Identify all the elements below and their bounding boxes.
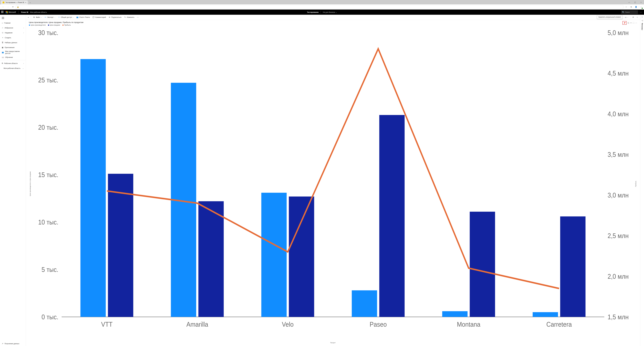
pane-star-icon[interactable]: ☆ xyxy=(642,16,643,18)
edit-button[interactable]: ✎Изменить xyxy=(123,15,136,19)
tab-close-icon[interactable]: × xyxy=(25,2,26,4)
window-controls: — ▢ × xyxy=(626,0,644,5)
nav-recent[interactable]: ⏲Недавние› xyxy=(0,30,26,35)
profile-icon[interactable]: 👤 xyxy=(634,5,638,9)
favorites-icon[interactable]: ☆ xyxy=(624,5,628,9)
nav-back-button[interactable]: ← xyxy=(1,5,5,9)
search-icon: 🔍 xyxy=(622,11,624,13)
plus-icon: ＋ xyxy=(2,36,4,39)
workspace-breadcrumb[interactable]: Моя рабочая область xyxy=(30,11,47,13)
book-icon: 📖 xyxy=(2,56,4,58)
window-close[interactable]: × xyxy=(638,0,644,5)
browser-toolbar: ← → ⟳ 🔒 ☆ ⧉ 👤 ⋯ xyxy=(0,5,644,10)
nav-workspaces[interactable]: ⧉Рабочие области› xyxy=(0,61,26,66)
svg-text:Montana: Montana xyxy=(457,320,480,328)
svg-rect-28 xyxy=(442,311,468,317)
svg-text:3,5 млн: 3,5 млн xyxy=(608,151,629,158)
divider xyxy=(31,16,31,19)
svg-text:Amarilla: Amarilla xyxy=(186,320,208,328)
filter-visual-button[interactable]: ▽ xyxy=(630,22,632,24)
search-input[interactable]: 🔍 Поиск xyxy=(621,10,638,14)
focus-mode-button[interactable]: ⛶ xyxy=(633,22,634,24)
chevron-down-icon: ⌄ xyxy=(627,17,628,18)
nav-apps[interactable]: ▦Приложения xyxy=(0,45,26,50)
expand-pages-button[interactable]: » xyxy=(27,15,30,19)
export-menu[interactable]: ↦Экспорт⌄ xyxy=(43,15,56,19)
chat-teams-button[interactable]: 👥Chat in Teams xyxy=(75,15,91,19)
new-tab-button[interactable]: + xyxy=(28,1,32,5)
svg-rect-23 xyxy=(289,197,314,317)
nav-create[interactable]: ＋Создать xyxy=(0,35,26,40)
chevron-right-icon: › xyxy=(23,62,24,64)
y-axis-left-label: Цена производителя и Цена продажи xyxy=(29,171,32,196)
dataset-icon: 🗄 xyxy=(2,42,4,44)
svg-text:25 тыс.: 25 тыс. xyxy=(38,76,58,84)
pin-tooltip: Закрепить визуальный элемент xyxy=(597,15,622,19)
nav-refresh-button[interactable]: ⟳ xyxy=(11,5,15,9)
nav-home[interactable]: ⌂Главная xyxy=(0,21,26,25)
legend-swatch xyxy=(48,25,49,26)
svg-rect-22 xyxy=(261,193,286,317)
filters-pane-label[interactable]: Фильтры xyxy=(641,23,643,30)
y-axis-right-label: Прибыль xyxy=(634,181,637,187)
header-more-button[interactable]: ⋯ xyxy=(639,11,643,13)
subscribe-button[interactable]: ✉Подписаться xyxy=(108,15,122,19)
svg-text:4,0 млн: 4,0 млн xyxy=(608,110,629,118)
legend-swatch xyxy=(62,25,64,26)
legend-item[interactable]: Цена продажи xyxy=(48,24,60,26)
legend-item[interactable]: Прибыль xyxy=(62,24,71,26)
nav-forward-button[interactable]: → xyxy=(6,5,10,9)
browser-tab[interactable]: Тестирование — Power BI × xyxy=(1,1,28,5)
microsoft-logo: Microsoft xyxy=(6,11,16,13)
app-launcher-icon[interactable] xyxy=(1,11,4,14)
home-icon: ⌂ xyxy=(2,22,3,24)
nav-favorites[interactable]: ☆Избранное› xyxy=(0,25,26,30)
nav-datasets[interactable]: 🗄Наборы данных xyxy=(0,40,26,45)
nav-learn[interactable]: 📖Обучение xyxy=(0,55,26,60)
refresh-button[interactable]: ⟳ xyxy=(632,15,635,19)
nav-shared[interactable]: 👥Мне предоставлен доступ xyxy=(0,50,26,55)
license-badge[interactable]: Не для бизнеса ⌄ xyxy=(323,11,337,13)
divider xyxy=(630,16,630,19)
comment-button[interactable]: 💬Комментарий xyxy=(92,15,107,19)
window-maximize[interactable]: ▢ xyxy=(632,0,638,5)
expand-pane-icon[interactable]: ◁ xyxy=(642,20,643,22)
browser-more-icon[interactable]: ⋯ xyxy=(639,5,643,9)
divider xyxy=(0,60,26,60)
favorite-button[interactable]: ☆ xyxy=(636,15,639,19)
copy-visual-button[interactable]: ⿻ xyxy=(628,22,629,24)
svg-text:Paseo: Paseo xyxy=(370,320,387,328)
collections-icon[interactable]: ⧉ xyxy=(629,5,633,9)
svg-rect-26 xyxy=(379,115,404,317)
visual-more-button[interactable]: ⋯ xyxy=(635,22,637,24)
view-icon: ▭ xyxy=(625,16,626,18)
report-canvas: Цена производителя, Цена продажи, Прибыл… xyxy=(26,20,640,346)
svg-text:30 тыс.: 30 тыс. xyxy=(38,29,58,36)
svg-rect-16 xyxy=(80,59,106,317)
view-menu[interactable]: ▭⌄ xyxy=(624,15,629,19)
chart-plot[interactable]: 0 тыс.5 тыс.10 тыс.15 тыс.20 тыс.25 тыс.… xyxy=(32,27,634,341)
nav-my-workspace[interactable]: Моя рабочая область⌄ xyxy=(0,66,26,71)
legend-item[interactable]: Цена производителя xyxy=(29,24,46,26)
arrow-out-icon: ↗ xyxy=(2,343,3,344)
file-menu[interactable]: 🗎Файл⌄ xyxy=(32,15,43,19)
tab-title: Тестирование — Power BI xyxy=(6,2,24,3)
nav-get-data[interactable]: ↗Получение данных xyxy=(0,341,26,346)
svg-text:2,5 млн: 2,5 млн xyxy=(608,232,629,239)
svg-rect-32 xyxy=(560,217,586,317)
svg-text:10 тыс.: 10 тыс. xyxy=(38,218,58,226)
clock-icon: ⏲ xyxy=(2,32,4,34)
svg-text:3,0 млн: 3,0 млн xyxy=(608,192,629,199)
search-placeholder: Поиск xyxy=(625,11,630,13)
pin-visual-button[interactable]: 📌 xyxy=(622,21,626,25)
address-bar[interactable]: 🔒 xyxy=(16,5,623,9)
pbi-header: Microsoft Power BI Моя рабочая область Т… xyxy=(0,10,644,15)
share-menu[interactable]: ⇪Общий доступ⌄ xyxy=(57,15,75,19)
hamburger-button[interactable] xyxy=(0,16,26,21)
chevron-down-icon: ⌄ xyxy=(336,11,337,13)
ribbon-more-button[interactable]: ⋯ xyxy=(136,15,140,19)
product-label[interactable]: Power BI xyxy=(21,11,28,13)
report-name[interactable]: Тестирование xyxy=(307,11,318,13)
svg-text:Carretera: Carretera xyxy=(546,320,572,328)
window-minimize[interactable]: — xyxy=(626,0,632,5)
